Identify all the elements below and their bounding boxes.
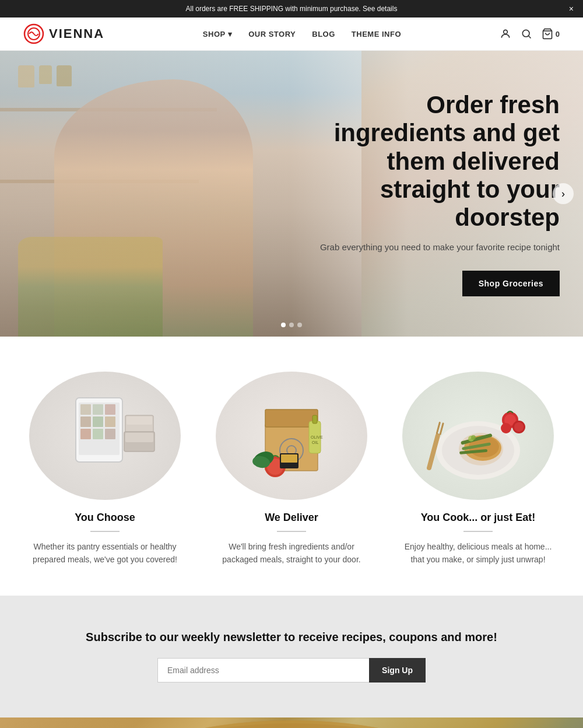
svg-point-45 <box>514 422 524 432</box>
bottom-food-image <box>0 718 583 728</box>
cart-count: 0 <box>556 30 560 38</box>
chevron-right-icon: › <box>561 188 565 200</box>
feature-divider-cook <box>463 531 493 532</box>
salad-bowl-container <box>73 718 510 728</box>
feature-divider-deliver <box>277 531 306 532</box>
nav-our-story[interactable]: OUR STORY <box>248 30 296 38</box>
newsletter-title: Subscribe to our weekly newsletter to re… <box>23 631 560 644</box>
plated-food-illustration <box>420 386 536 485</box>
newsletter-email-input[interactable] <box>157 658 369 682</box>
header: VIENNA SHOP ▾ OUR STORY BLOG THEME INFO <box>0 18 583 51</box>
search-button[interactable] <box>521 28 532 40</box>
logo-text: VIENNA <box>49 26 104 41</box>
main-nav: SHOP ▾ OUR STORY BLOG THEME INFO <box>203 30 401 38</box>
logo-link[interactable]: VIENNA <box>23 23 104 44</box>
feature-item-deliver: OLIVE OIL We Deliver We'll bring fresh i… <box>210 372 373 566</box>
svg-point-54 <box>111 720 472 728</box>
shop-chevron-icon: ▾ <box>228 30 233 38</box>
hero-next-arrow[interactable]: › <box>553 183 574 204</box>
svg-text:OLIVE: OLIVE <box>311 435 323 439</box>
feature-title-cook: You Cook... or just Eat! <box>396 512 560 524</box>
svg-rect-9 <box>105 404 115 415</box>
tablet-groceries-illustration <box>47 386 163 485</box>
svg-point-2 <box>503 30 507 34</box>
svg-point-3 <box>522 30 529 37</box>
salad-bowl-svg <box>73 718 510 728</box>
hero-section: Order fresh ingredients and get them del… <box>0 51 583 337</box>
nav-theme-info[interactable]: THEME INFO <box>352 30 401 38</box>
hero-content: Order fresh ingredients and get them del… <box>297 91 560 296</box>
logo-icon <box>23 23 44 44</box>
nav-blog[interactable]: BLOG <box>312 30 335 38</box>
svg-rect-12 <box>105 416 115 427</box>
announcement-text: All orders are FREE SHIPPING with minimu… <box>186 5 398 13</box>
feature-image-cook <box>402 372 554 500</box>
svg-rect-7 <box>80 404 91 415</box>
svg-rect-13 <box>80 429 91 439</box>
header-icons: 0 <box>500 28 560 40</box>
feature-item-cook: You Cook... or just Eat! Enjoy healthy, … <box>396 372 560 566</box>
features-grid: You Choose Whether its pantry essentials… <box>23 372 560 566</box>
svg-rect-11 <box>93 416 103 427</box>
announcement-bar: All orders are FREE SHIPPING with minimu… <box>0 0 583 18</box>
svg-rect-8 <box>93 404 103 415</box>
newsletter-form: Sign Up <box>157 658 426 682</box>
feature-image-choose <box>29 372 181 500</box>
feature-desc-choose: Whether its pantry essentials or healthy… <box>29 540 181 566</box>
search-icon <box>521 28 532 40</box>
hero-dot-2[interactable] <box>289 323 294 327</box>
hero-carousel-dots <box>281 323 302 327</box>
svg-point-46 <box>501 423 511 433</box>
hero-title: Order fresh ingredients and get them del… <box>297 91 560 232</box>
svg-rect-14 <box>93 429 103 439</box>
newsletter-signup-button[interactable]: Sign Up <box>369 658 426 682</box>
shop-groceries-button[interactable]: Shop Groceries <box>462 271 560 296</box>
announcement-close-button[interactable]: × <box>569 5 574 13</box>
account-button[interactable] <box>500 28 511 40</box>
hero-subtitle: Grab everything you need to make your fa… <box>297 241 560 254</box>
svg-rect-25 <box>312 415 317 424</box>
features-section: You Choose Whether its pantry essentials… <box>0 337 583 596</box>
feature-title-choose: You Choose <box>23 512 187 524</box>
cart-icon <box>542 28 553 40</box>
account-icon <box>500 28 511 40</box>
svg-text:OIL: OIL <box>312 440 318 444</box>
hero-dot-1[interactable] <box>281 323 286 327</box>
feature-image-deliver: OLIVE OIL <box>216 372 367 500</box>
svg-rect-19 <box>125 433 153 442</box>
newsletter-section: Subscribe to our weekly newsletter to re… <box>0 596 583 718</box>
svg-rect-33 <box>281 454 297 463</box>
hero-dot-3[interactable] <box>297 323 302 327</box>
svg-rect-17 <box>127 416 152 425</box>
svg-rect-15 <box>105 429 115 439</box>
delivery-box-illustration: OLIVE OIL <box>233 386 350 485</box>
feature-divider-choose <box>90 531 120 532</box>
feature-title-deliver: We Deliver <box>210 512 373 524</box>
svg-point-48 <box>471 435 476 440</box>
svg-rect-10 <box>80 416 91 427</box>
feature-desc-deliver: We'll bring fresh ingredients and/or pac… <box>216 540 367 566</box>
nav-shop[interactable]: SHOP ▾ <box>203 30 232 38</box>
feature-desc-cook: Enjoy healthy, delicious meals at home..… <box>402 540 554 566</box>
feature-item-choose: You Choose Whether its pantry essentials… <box>23 372 187 566</box>
cart-button[interactable]: 0 <box>542 28 560 40</box>
